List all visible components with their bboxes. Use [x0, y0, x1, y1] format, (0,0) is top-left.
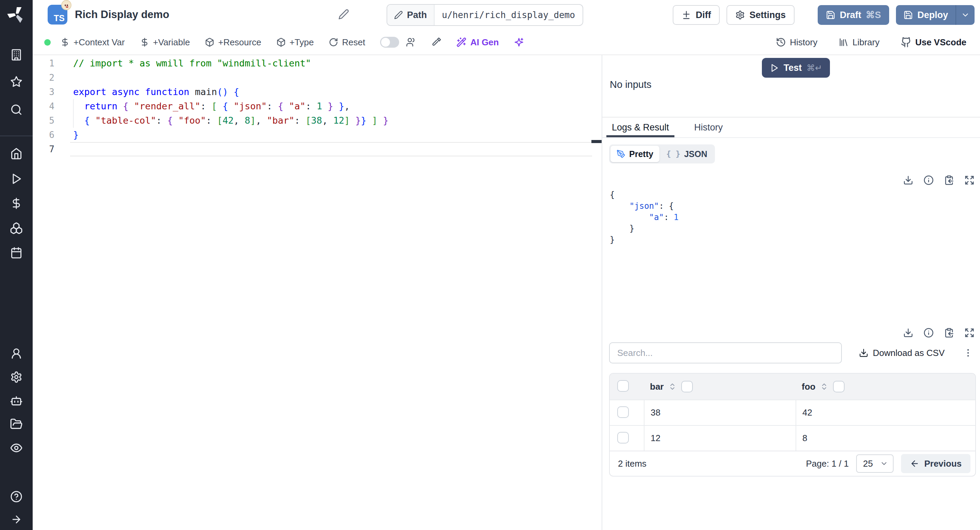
column-header-foo[interactable]: foo — [802, 382, 815, 392]
copy-result-icon[interactable] — [944, 175, 954, 185]
assistant-toggle[interactable] — [380, 37, 399, 48]
row-checkbox[interactable] — [617, 406, 629, 418]
path-field[interactable]: Path u/henri/rich_display_demo — [387, 4, 583, 26]
variables-dollar-icon[interactable] — [10, 197, 22, 209]
line-content[interactable]: { "table-col": { "foo": [42, 8], "bar": … — [70, 113, 592, 128]
code-line-7[interactable]: 7 — [33, 142, 601, 156]
star-icon[interactable] — [10, 76, 22, 88]
line-content[interactable] — [70, 142, 592, 156]
diff-icon — [682, 10, 691, 20]
library-button[interactable]: Library — [838, 37, 879, 48]
expand-table-icon[interactable] — [964, 328, 975, 338]
library-icon — [838, 37, 849, 47]
history-button[interactable]: History — [776, 37, 817, 48]
add-variable-button[interactable]: +Variable — [140, 37, 190, 48]
column-bar-checkbox[interactable] — [681, 381, 693, 393]
download-table-icon[interactable] — [903, 328, 913, 338]
code-line-1[interactable]: 1// import * as wmill from "windmill-cli… — [33, 56, 601, 70]
copy-table-icon[interactable] — [944, 328, 954, 338]
line-content[interactable]: return { "render_all": [ { "json": { "a"… — [70, 99, 592, 113]
result-json-line: "json": { — [610, 201, 679, 212]
search-icon[interactable] — [10, 104, 22, 116]
column-header-bar[interactable]: bar — [650, 382, 663, 392]
page-size-select[interactable]: 25 — [856, 454, 894, 473]
result-actions — [903, 175, 975, 185]
collaborators-button[interactable] — [406, 37, 416, 47]
add-resource-button[interactable]: +Resource — [205, 37, 261, 48]
deploy-button[interactable]: Deploy — [896, 5, 956, 25]
tab-logs-result[interactable]: Logs & Result — [606, 118, 675, 137]
previous-page-button[interactable]: Previous — [901, 454, 970, 473]
resources-boxes-icon[interactable] — [10, 222, 23, 235]
info-icon[interactable] — [924, 175, 934, 185]
chevron-down-icon — [880, 460, 888, 468]
select-all-checkbox[interactable] — [617, 380, 629, 392]
table-actions — [903, 328, 975, 338]
schedules-calendar-icon[interactable] — [10, 247, 22, 259]
sort-icon[interactable] — [668, 383, 676, 391]
add-context-var-button[interactable]: +Context Var — [60, 37, 125, 48]
sidebar-divider — [0, 136, 33, 136]
code-line-2[interactable]: 2 — [33, 70, 601, 85]
result-json-line: } — [610, 223, 679, 234]
code-line-3[interactable]: 3export async function main() { — [33, 85, 601, 99]
add-type-button[interactable]: +Type — [276, 37, 314, 48]
ai-gen-button[interactable]: AI Gen — [456, 37, 499, 48]
wand-sparkles-icon — [456, 37, 466, 47]
settings-gear-icon[interactable] — [10, 371, 22, 383]
run-result-panel: Test ⌘↵ No inputs Logs & Result History … — [602, 55, 980, 530]
line-content[interactable]: } — [70, 128, 592, 142]
help-icon[interactable] — [10, 490, 22, 503]
line-content[interactable] — [70, 70, 592, 85]
code-lines: 1// import * as wmill from "windmill-cli… — [33, 56, 601, 156]
settings-button[interactable]: Settings — [727, 5, 795, 25]
expand-result-icon[interactable] — [964, 175, 975, 185]
package-icon — [276, 37, 286, 47]
user-icon[interactable] — [10, 347, 22, 360]
splitter-handle[interactable] — [592, 140, 601, 143]
row-checkbox[interactable] — [617, 432, 629, 444]
building-icon[interactable] — [10, 49, 22, 61]
download-result-icon[interactable] — [903, 175, 913, 185]
result-table: bar foo 38 42 12 8 2 items Page: 1 / 1 — [609, 373, 976, 477]
sparkles-icon — [514, 37, 524, 47]
draft-button[interactable]: Draft ⌘S — [818, 5, 889, 25]
table-menu-kebab-icon[interactable] — [962, 346, 975, 359]
view-pretty-button[interactable]: Pretty — [611, 146, 659, 162]
expand-sidebar-arrow-icon[interactable] — [11, 514, 22, 525]
folders-icon[interactable] — [10, 418, 23, 431]
deploy-dropdown-button[interactable] — [956, 5, 975, 25]
table-header-row: bar foo — [610, 374, 975, 399]
search-input[interactable] — [609, 342, 842, 364]
workers-bot-icon[interactable] — [10, 394, 23, 407]
code-line-6[interactable]: 6} — [33, 128, 601, 142]
code-line-4[interactable]: 4 return { "render_all": [ { "json": { "… — [33, 99, 601, 113]
line-content[interactable]: // import * as wmill from "windmill-clie… — [70, 56, 592, 70]
runs-play-icon[interactable] — [10, 173, 22, 185]
reset-button[interactable]: Reset — [329, 37, 365, 48]
column-foo-checkbox[interactable] — [833, 381, 845, 393]
ai-autocomplete-sparkles-icon[interactable] — [514, 37, 524, 47]
code-editor[interactable]: 1// import * as wmill from "windmill-cli… — [33, 55, 601, 530]
tab-history[interactable]: History — [689, 118, 728, 137]
windmill-logo-icon[interactable] — [7, 5, 25, 24]
diff-button[interactable]: Diff — [673, 5, 720, 25]
cell-foo: 8 — [795, 426, 975, 451]
format-code-button[interactable] — [431, 37, 441, 47]
result-json-line: } — [610, 234, 679, 246]
home-icon[interactable] — [10, 147, 22, 160]
test-button[interactable]: Test ⌘↵ — [762, 58, 830, 78]
path-value[interactable]: u/henri/rich_display_demo — [434, 5, 582, 25]
line-content[interactable]: export async function main() { — [70, 85, 592, 99]
info-icon[interactable] — [924, 328, 934, 338]
view-json-button[interactable]: { } JSON — [660, 146, 714, 162]
edit-title-pencil-icon[interactable] — [338, 9, 349, 20]
use-vscode-button[interactable]: Use VScode — [901, 37, 966, 48]
code-line-5[interactable]: 5 { "table-col": { "foo": [42, 8], "bar"… — [33, 113, 601, 128]
cell-foo: 42 — [795, 400, 975, 425]
sort-icon[interactable] — [820, 383, 828, 391]
reset-rotate-icon — [329, 37, 338, 47]
line-number: 2 — [33, 70, 70, 85]
audit-eye-icon[interactable] — [10, 441, 23, 454]
download-csv-button[interactable]: Download as CSV — [859, 348, 945, 358]
